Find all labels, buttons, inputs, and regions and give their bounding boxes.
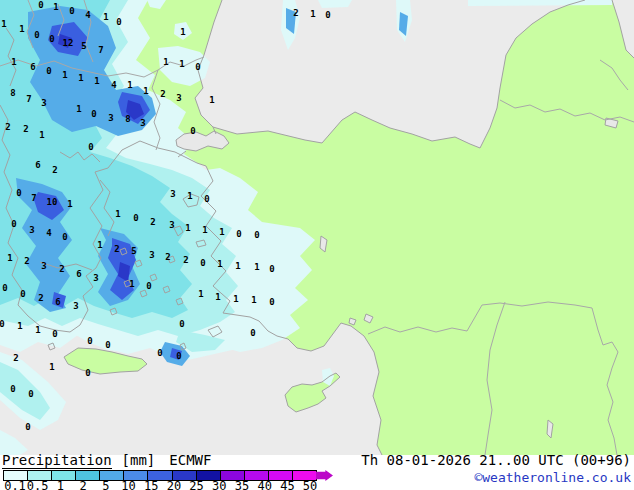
legend-parameter: Precipitation	[2, 452, 112, 469]
precip-value: 2	[293, 8, 298, 18]
colorbar-scale-labels: 0.10.5125101520253035404550	[3, 479, 333, 490]
precip-value: 1	[62, 70, 67, 80]
precip-value: 1	[11, 57, 16, 67]
precip-value: 0	[250, 328, 255, 338]
precip-value: 3	[93, 273, 98, 283]
precip-value: 1	[35, 325, 40, 335]
precip-value: 1	[254, 262, 259, 272]
precip-value: 0	[179, 319, 184, 329]
precip-value: 6	[35, 160, 40, 170]
precip-value: 1	[217, 259, 222, 269]
precip-value: 1	[180, 27, 185, 37]
precip-value: 6	[76, 269, 81, 279]
precip-value: 1	[215, 292, 220, 302]
precip-value: 1	[7, 253, 12, 263]
scale-label: 50	[303, 479, 317, 490]
precip-value: 2	[5, 122, 10, 132]
precip-value: 3	[29, 225, 34, 235]
precip-value: 7	[26, 94, 31, 104]
precip-value: 0	[87, 336, 92, 346]
valid-time-text: Th 08-01-2026 21..00 UTC (00+96)	[361, 452, 631, 468]
precip-value: 1	[97, 240, 102, 250]
precip-value: 3	[176, 93, 181, 103]
precip-value: 1	[233, 294, 238, 304]
precip-value: 1	[163, 57, 168, 67]
scale-label: 2	[79, 479, 86, 490]
precip-value: 0	[269, 264, 274, 274]
precip-value: 3	[149, 250, 154, 260]
precip-value: 0	[28, 389, 33, 399]
precip-value: 0	[116, 17, 121, 27]
precip-value: 1	[202, 225, 207, 235]
precip-value: 0	[25, 422, 30, 432]
precip-value: 4	[111, 80, 117, 90]
scale-label: 0.1	[4, 479, 26, 490]
precip-value: 2	[23, 124, 28, 134]
copyright-text: ©weatheronline.co.uk	[474, 470, 631, 485]
precip-value: 0	[16, 188, 21, 198]
precip-value: 1	[94, 76, 99, 86]
legend-model: ECMWF	[169, 452, 211, 468]
precip-value: 7	[31, 193, 36, 203]
scale-label: 45	[280, 479, 294, 490]
precip-value: 1	[187, 191, 192, 201]
scale-label: 5	[102, 479, 109, 490]
precip-value: 1	[76, 104, 81, 114]
precip-value: 0	[34, 30, 39, 40]
precip-value: 1	[143, 86, 148, 96]
precip-value: 5	[81, 41, 86, 51]
precip-value: 6	[55, 297, 60, 307]
precip-value: 0	[88, 142, 93, 152]
scale-label: 30	[212, 479, 226, 490]
precip-value: 8	[10, 88, 15, 98]
map-canvas: 0104102101101012571601114111108731038323…	[0, 0, 634, 455]
precip-value: 0	[52, 329, 57, 339]
precip-value: 1	[251, 295, 256, 305]
precip-value: 10	[47, 197, 58, 207]
precip-value: 2	[52, 165, 57, 175]
precip-value: 4	[46, 228, 52, 238]
scale-label: 15	[144, 479, 158, 490]
precip-value: 1	[235, 261, 240, 271]
precip-value: 1	[310, 9, 315, 19]
precip-value: 0	[195, 62, 200, 72]
precip-value: 0	[10, 384, 15, 394]
precip-value: 0	[46, 66, 51, 76]
precip-value: 1	[209, 95, 214, 105]
precip-value: 2	[24, 256, 29, 266]
precip-value: 0	[236, 229, 241, 239]
precipitation-map: 0104102101101012571601114111108731038323…	[0, 0, 634, 455]
legend-unit: [mm]	[122, 452, 156, 468]
precip-value: 0	[204, 194, 209, 204]
scale-label: 20	[167, 479, 181, 490]
precip-value: 1	[17, 321, 22, 331]
weather-map-frame: 0104102101101012571601114111108731038323…	[0, 0, 634, 490]
precip-value: 0	[2, 283, 7, 293]
precip-value: 1	[179, 59, 184, 69]
precip-value: 0	[146, 281, 151, 291]
precip-value: 3	[140, 118, 145, 128]
precip-value: 0	[91, 109, 96, 119]
precip-value: 0	[200, 258, 205, 268]
precip-value: 1	[53, 2, 58, 12]
precip-value: 0	[69, 6, 74, 16]
scale-label: 10	[121, 479, 135, 490]
precip-value: 0	[325, 10, 330, 20]
precip-value: 4	[85, 10, 91, 20]
precip-value: 1	[49, 362, 54, 372]
precip-value: 2	[114, 244, 119, 254]
precip-value: 2	[165, 252, 170, 262]
precip-value: 1	[67, 199, 72, 209]
precip-value: 7	[98, 45, 103, 55]
precip-value: 1	[129, 279, 134, 289]
precip-value: 5	[131, 246, 136, 256]
precip-value: 2	[59, 264, 64, 274]
precip-value: 0	[157, 348, 162, 358]
precip-value: 1	[198, 289, 203, 299]
precip-value: 0	[0, 319, 5, 329]
precip-value: 0	[254, 230, 259, 240]
legend-title: Precipitation[mm]ECMWF	[2, 452, 211, 468]
precip-value: 0	[11, 219, 16, 229]
precip-value: 0	[85, 368, 90, 378]
precip-value: 3	[170, 189, 175, 199]
